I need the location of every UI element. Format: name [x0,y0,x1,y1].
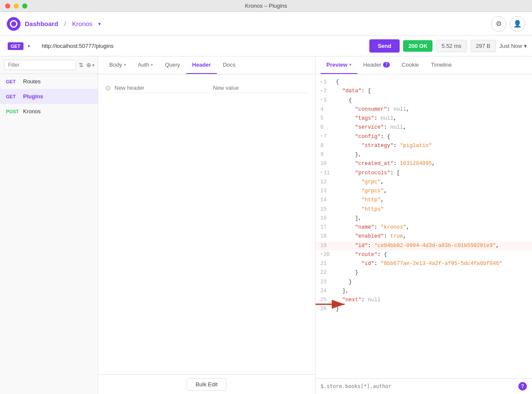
line-num-17: 17 [321,223,333,232]
tab-header[interactable]: Header [186,56,217,74]
new-header-input[interactable] [114,83,210,93]
tab-cookie-label: Cookie [402,62,419,68]
line-num-22: 22 [321,268,333,277]
tab-timeline[interactable]: Timeline [425,56,458,74]
request-bottom-bar: Bulk Edit [98,374,315,394]
line-num-6: 6 [321,123,333,132]
add-chevron-icon: ▾ [92,63,94,68]
timestamp-chevron-icon[interactable]: ▾ [524,43,527,49]
line-num-26: 26 [321,305,333,313]
code-content-2: "data": [ [336,87,527,96]
header-form-row: ⚙ [105,81,308,95]
tab-query[interactable]: Query [159,56,186,74]
line-num-1: ▾ 1 [321,78,333,86]
request-tab-bar: Body ▾ Auth ▾ Query Header Docs [98,56,315,74]
code-line-3: ▾ 3 { [316,96,532,105]
code-line-18: 18 "enabled": true, [316,232,532,241]
add-request-button[interactable]: ⊕ ▾ [86,62,94,68]
code-content-15: "https" [336,205,527,214]
minimize-button[interactable] [14,3,19,9]
code-line-23: 23 } [316,278,532,287]
size-badge: 297 B [471,40,496,52]
code-line-25: 25 "next": null [316,296,532,305]
code-content-21: "id": "8bb677ae-2e13-4a2f-af05-5dc4fa6bf… [336,259,527,268]
send-button[interactable]: Send [369,39,400,53]
method-chevron-icon: ▾ [25,42,32,50]
code-line-26: 26 } [316,305,532,314]
timestamp-label: Just Now [500,43,522,49]
sort-button[interactable]: ⇅ [79,62,84,68]
header-icons: ⚙ 👤 [491,16,525,32]
tab-preview-chevron-icon: ▾ [349,62,351,67]
plugins-method-badge: GET [6,94,20,99]
settings-button[interactable]: ⚙ [491,16,506,32]
request-toolbar: GET ▾ Send 200 OK 5.52 ms 297 B Just Now… [0,36,532,56]
app-logo [7,17,20,31]
code-content-24: ], [336,287,527,296]
help-button[interactable]: ? [518,382,527,391]
window-title: Kronos – Plugins [245,3,287,9]
close-button[interactable] [5,3,10,9]
tab-body[interactable]: Body ▾ [103,56,132,74]
line-num-5: 5 [321,114,333,123]
code-content-20: "route": { [336,250,527,259]
line-num-19: 19 [321,241,333,250]
code-line-7: ▾ 7 "config": { [316,132,532,141]
code-line-21: 21 "id": "8bb677ae-2e13-4a2f-af05-5dc4fa… [316,259,532,268]
method-badge: GET [8,42,23,50]
project-name: Kronos [72,20,93,27]
line-num-13: 13 [321,187,333,195]
code-content-16: ], [336,214,527,223]
kronos-method-badge: POST [6,109,20,114]
new-value-input[interactable] [213,83,308,93]
code-line-16: 16 ], [316,214,532,223]
url-input[interactable] [38,41,366,51]
code-line-20: ▾ 20 "route": { [316,250,532,259]
line-num-3: ▾ 3 [321,96,333,105]
gear-icon: ⚙ [105,84,111,92]
app-header: Dashboard / Kronos ▾ ⚙ 👤 [0,12,532,36]
line-num-11: ▾ 11 [321,169,333,177]
code-line-1: ▾ 1 { [316,78,532,87]
tab-header-label: Header [192,62,211,68]
tab-docs[interactable]: Docs [217,56,242,74]
sidebar-list: GET Routes GET Plugins POST Kronos [0,74,98,394]
sidebar-filter-row: ⇅ ⊕ ▾ [0,56,98,74]
code-line-17: 17 "name": "kronos", [316,223,532,232]
tab-response-header[interactable]: Header 7 [357,56,396,74]
app-title: Dashboard [25,20,58,27]
line-num-24: 24 [321,287,333,295]
code-line-11: ▾ 11 "protocols": [ [316,169,532,178]
code-content-18: "enabled": true, [336,232,527,241]
status-badge: 200 OK [403,40,433,52]
response-footer: ? [316,378,532,394]
bulk-edit-button[interactable]: Bulk Edit [187,378,226,391]
tab-preview-label: Preview [327,62,348,68]
code-line-22: 22 } [316,268,532,277]
tab-auth[interactable]: Auth ▾ [132,56,159,74]
code-line-8: 8 "strategy": "piglatin" [316,141,532,150]
tab-docs-label: Docs [223,62,236,68]
sidebar-item-kronos[interactable]: POST Kronos [0,104,98,119]
code-line-6: 6 "service": null, [316,123,532,132]
code-content-14: "http", [336,196,527,205]
filter-expression-input[interactable] [321,383,519,389]
line-num-9: 9 [321,150,333,159]
code-line-19: 19 "id": "ce04bb02-0904-4d3d-a83b-c01b55… [316,241,532,250]
user-button[interactable]: 👤 [510,16,525,32]
sidebar-item-plugins[interactable]: GET Plugins [0,89,98,104]
tab-cookie[interactable]: Cookie [396,56,425,74]
tab-query-label: Query [165,62,180,68]
code-content-1: { [336,78,527,87]
tab-preview[interactable]: Preview ▾ [321,56,357,74]
method-selector[interactable]: GET ▾ [5,40,35,52]
line-num-18: 18 [321,232,333,241]
filter-input[interactable] [4,60,76,70]
routes-label: Routes [23,78,41,85]
maximize-button[interactable] [22,3,27,9]
request-body: ⚙ [98,74,315,374]
code-content-22: } [336,268,527,277]
project-chevron-icon[interactable]: ▾ [98,21,101,27]
code-line-2: ▾ 2 "data": [ [316,87,532,96]
sidebar-item-routes[interactable]: GET Routes [0,74,98,89]
